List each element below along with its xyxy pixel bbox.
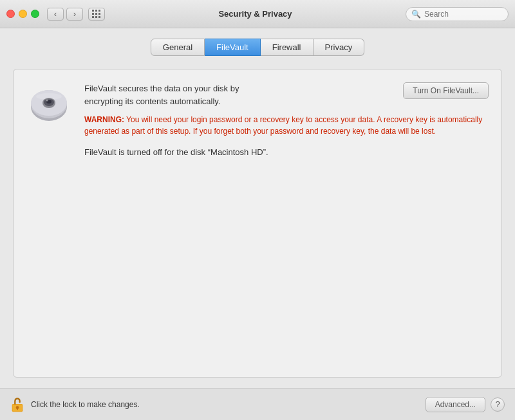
filevault-section: FileVault secures the data on your disk … [26, 82, 489, 157]
lock-text: Click the lock to make changes. [31, 400, 140, 409]
bottom-bar: Click the lock to make changes. Advanced… [0, 388, 515, 420]
filevault-header: FileVault secures the data on your disk … [84, 82, 489, 107]
tab-firewall[interactable]: Firewall [261, 39, 314, 56]
warning-label: WARNING: [84, 115, 124, 124]
help-button[interactable]: ? [491, 397, 505, 412]
window-title: Security & Privacy [105, 9, 406, 19]
tab-privacy[interactable]: Privacy [314, 39, 365, 56]
forward-button[interactable]: › [66, 8, 83, 21]
svg-point-7 [36, 93, 62, 100]
filevault-icon [26, 82, 71, 127]
grid-icon [92, 10, 101, 19]
back-button[interactable]: ‹ [47, 8, 64, 21]
tabs-bar: General FileVault Firewall Privacy [13, 39, 502, 56]
main-content: General FileVault Firewall Privacy [0, 28, 515, 388]
maximize-button[interactable] [31, 10, 39, 18]
lock-icon [10, 396, 24, 413]
filevault-description: FileVault secures the data on your disk … [84, 82, 239, 107]
filevault-status: FileVault is turned off for the disk “Ma… [84, 147, 489, 157]
warning-message: WARNING: You will need your login passwo… [84, 114, 489, 137]
tab-filevault[interactable]: FileVault [205, 39, 261, 56]
app-grid-button[interactable] [88, 8, 105, 21]
turn-on-filevault-button[interactable]: Turn On FileVault... [403, 82, 489, 99]
close-button[interactable] [6, 10, 15, 18]
tab-general[interactable]: General [151, 39, 205, 56]
minimize-button[interactable] [19, 10, 27, 18]
traffic-lights [6, 10, 39, 18]
titlebar: ‹ › Security & Privacy 🔍 [0, 0, 515, 28]
advanced-button[interactable]: Advanced... [426, 397, 485, 412]
search-input[interactable] [424, 10, 501, 19]
content-panel: FileVault secures the data on your disk … [13, 69, 502, 378]
svg-rect-11 [17, 407, 18, 410]
filevault-info: FileVault secures the data on your disk … [84, 82, 489, 157]
bottom-right-controls: Advanced... ? [426, 397, 505, 412]
lock-button[interactable]: Click the lock to make changes. [10, 396, 140, 413]
search-box[interactable]: 🔍 [406, 7, 509, 21]
nav-buttons: ‹ › [47, 8, 83, 21]
search-icon: 🔍 [411, 10, 421, 19]
